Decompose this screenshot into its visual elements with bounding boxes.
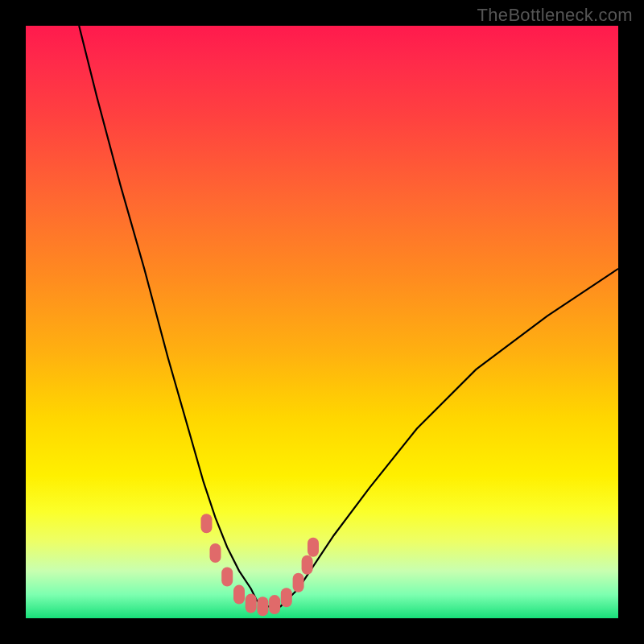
bottleneck-curve xyxy=(79,26,618,606)
highlight-marker xyxy=(302,555,313,575)
highlight-marker xyxy=(281,588,292,607)
chart-stage: TheBottleneck.com xyxy=(0,0,644,644)
highlight-marker xyxy=(308,538,319,557)
highlight-marker xyxy=(221,568,233,587)
highlight-marker xyxy=(293,573,304,592)
highlight-marker xyxy=(201,514,213,533)
curve-layer xyxy=(26,26,618,618)
watermark-text: TheBottleneck.com xyxy=(477,5,633,26)
plot-area xyxy=(26,26,618,618)
highlight-marker xyxy=(269,595,280,614)
highlight-marker xyxy=(257,597,268,616)
highlight-marker xyxy=(246,594,257,613)
highlight-marker xyxy=(210,543,221,563)
highlight-marker xyxy=(233,585,245,605)
highlight-band xyxy=(201,514,320,616)
